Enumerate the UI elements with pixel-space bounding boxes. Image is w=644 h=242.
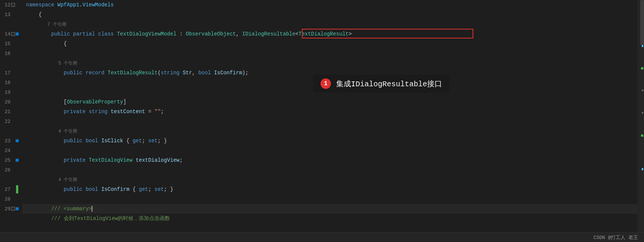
gutter-line-refcount3 [0,126,22,136]
cursor [92,206,92,212]
token-get23: get [133,138,142,144]
code-line-22 [22,117,637,126]
token-comma14: , [236,31,242,37]
line-num-19: 19 [0,90,10,95]
deco-20 [16,97,19,107]
token-sp25c [133,157,136,163]
gutter-line-23: 23 [0,136,22,146]
gutter-line-17: 17 [0,68,22,78]
code-line-refcount3: 4 个引用 [22,126,637,136]
token-sp21 [26,109,64,115]
token-bool17: bool [198,70,211,76]
line-num-20: 20 [0,99,10,105]
gutter-line-16: 16 [0,49,22,58]
deco-21 [16,107,19,117]
code-line-25: private TextDialogView textDialogView ; [22,155,637,165]
token-tdv25: TextDialogView [89,157,133,163]
line-num-15: 15 [0,41,10,47]
token-idialogresultable: IDialogResultable [242,31,296,37]
breakpoint-25 [16,159,19,162]
token-sp23c [98,138,101,144]
deco-18 [16,78,19,87]
token-sp27 [26,186,64,192]
token-sp17e [211,70,214,76]
gutter-line-15: 15 [0,39,22,49]
token-space [54,2,57,8]
scroll-mark-4 [641,67,643,69]
token-cbrace23: ; } [158,138,167,144]
scrollbar[interactable] [637,0,644,242]
code-line-28 [22,194,637,204]
gutter-line-refcount2 [0,58,22,68]
token-summary29: /// <summary> [51,206,92,212]
gutter-line-13: 13 [0,10,22,19]
token-public17: public [64,70,82,76]
fold-icon-12[interactable]: - [11,3,15,7]
token-spaces14 [26,31,51,37]
code-line-23: public bool IsClick { get ; set ; } [22,136,637,146]
breakpoint-23 [16,139,19,142]
token-sp17b [82,70,85,76]
token-cbrace27: ; } [164,186,173,192]
token-string17: string [161,70,179,76]
fold-29[interactable]: - [10,207,16,211]
token-private21: private [64,109,86,115]
status-text: CSDN @打工人 老王 [593,234,638,241]
scrollbar-thumb[interactable] [640,0,644,45]
token-sp25b [86,157,89,163]
token-refcount3: 4 个引用 [26,128,77,134]
token-sp14c [114,31,117,37]
token-record17: record [86,70,104,76]
deco-17 [16,68,19,78]
token-bottom-comment: /// 会到TextDialogView的时候，添加点击函数 [26,215,170,222]
code-area[interactable]: namespace WpfApp1.ViewModels { 7 个引用 pub… [22,0,637,242]
line-num-29: 29 [0,206,10,212]
token-refcount2: 5 个引用 [26,60,77,66]
gutter-line-12: 12 - [0,0,22,10]
token-lbracket20: [ [64,99,67,105]
gutter-line-24: 24 [0,146,22,155]
deco-14 [16,29,19,39]
code-line-refcount1: 7 个引用 [22,19,637,29]
fold-icon-14[interactable]: - [11,32,15,36]
token-textdialogresult: TextDialogResult [299,31,348,37]
gutter-line-22: 22 [0,117,22,126]
code-line-13: { [22,10,637,19]
editor: 12 - 13 14 - 15 16 [0,0,644,242]
line-num-21: 21 [0,109,10,115]
token-sp21c [107,109,110,115]
fold-icon-29[interactable]: - [11,207,15,211]
deco-27 [16,184,19,194]
scroll-mark-8 [642,168,643,170]
token-comma17: , [192,70,198,76]
token-brace13: { [26,12,42,18]
token-paren17: ( [158,70,161,76]
line-num-24: 24 [0,148,10,153]
token-sp14a [70,31,73,37]
gutter-line-20: 20 [0,97,22,107]
tooltip: 1 集成IDialogResultable接口 [313,75,449,93]
gutter-line-18: 18 [0,78,22,87]
line-num-18: 18 [0,80,10,86]
code-line-refcount2: 5 个引用 [22,58,637,68]
token-public14: public [51,31,70,37]
token-semi21: ; [161,109,164,115]
code-line-12: namespace WpfApp1.ViewModels [22,0,637,10]
fold-14[interactable]: - [10,32,16,36]
gutter-line-28: 28 [0,194,22,204]
token-private25: private [64,157,86,163]
token-lt: < [296,31,299,37]
token-sp23b [82,138,85,144]
token-brace15: { [26,41,67,47]
token-rbracket20: ] [123,99,126,105]
token-isconfirm17: IsConfirm [214,70,242,76]
deco-empty4 [16,175,19,184]
token-eq21: = [145,109,154,115]
token-emptystr21: "" [155,109,161,115]
token-sp17c [104,70,107,76]
token-sp21b [86,109,89,115]
line-numbers-gutter: 12 - 13 14 - 15 16 [0,0,22,242]
gutter-line-25: 25 [0,155,22,165]
token-public27: public [64,186,82,192]
fold-12[interactable]: - [10,3,16,7]
